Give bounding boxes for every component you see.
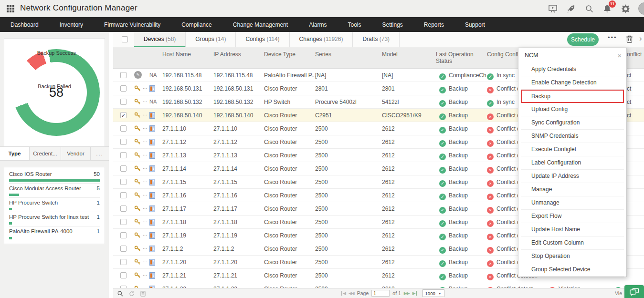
device-type-row[interactable]: Cisco Modular Access Router5 (9, 184, 100, 198)
column-header-series[interactable]: Series (315, 51, 377, 58)
nav-item-tools[interactable]: Tools (348, 21, 361, 28)
menu-item-label-configuration[interactable]: Label Configuration (521, 156, 624, 170)
select-all-checkbox[interactable] (122, 36, 128, 42)
menu-item-stop-operation[interactable]: Stop Operation (521, 250, 624, 263)
column-header-model[interactable]: Model (382, 51, 433, 58)
row-checkbox[interactable] (120, 139, 127, 145)
row-checkbox[interactable] (120, 152, 127, 158)
menu-item-backup[interactable]: Backup (521, 90, 624, 103)
config-doc-icon (149, 165, 155, 174)
presentation-icon[interactable] (548, 3, 558, 14)
menu-item-manage[interactable]: Manage (521, 183, 624, 196)
tab-changes[interactable]: Changes (11926) (290, 32, 353, 47)
row-checkbox[interactable] (120, 192, 127, 198)
nav-item-reports[interactable]: Reports (424, 21, 444, 28)
column-header-ip-address[interactable]: IP Address (213, 51, 261, 58)
config-doc-icon (149, 139, 155, 147)
sidebar-tab-vendor[interactable]: Vendor (61, 147, 91, 160)
tab-configs[interactable]: Configs (114) (236, 32, 289, 47)
gear-icon[interactable] (620, 3, 631, 14)
menu-item-group-selected-device[interactable]: Group Selected Device (521, 263, 624, 277)
search-icon[interactable] (584, 3, 594, 14)
page-input[interactable] (371, 290, 390, 297)
app-launcher-icon[interactable] (7, 5, 14, 12)
rocket-icon[interactable] (566, 3, 576, 14)
credentials-key-icon (134, 179, 141, 186)
refresh-icon[interactable] (129, 290, 135, 298)
table-search-icon[interactable] (117, 290, 123, 298)
row-checkbox[interactable]: ✓ (120, 112, 127, 118)
row-checkbox[interactable] (120, 165, 127, 172)
model-cell: 2612 (382, 216, 433, 229)
delete-icon[interactable] (626, 35, 633, 45)
menu-item-enable-change-detection[interactable]: Enable Change Detection (521, 76, 624, 90)
row-checkbox[interactable] (120, 232, 127, 238)
more-actions-icon[interactable]: ••• (608, 34, 617, 41)
nav-item-change-management[interactable]: Change Management (233, 21, 288, 28)
row-checkbox[interactable] (120, 259, 127, 265)
column-header-last-operation-status[interactable]: Last Operation Status (436, 51, 477, 64)
first-page-icon[interactable]: ◀ (341, 291, 346, 296)
sidebar-tabs-more-icon[interactable]: ... (91, 147, 109, 160)
menu-item-unmanage[interactable]: Unmanage (521, 196, 624, 210)
menu-item-update-host-name[interactable]: Update Host Name (521, 223, 624, 236)
last-page-icon[interactable]: ▶ (412, 291, 417, 296)
avatar[interactable] (638, 2, 644, 15)
sidebar-tab-credent[interactable]: Credent... (30, 147, 61, 160)
sidebar-tab-type[interactable]: Type (0, 147, 30, 160)
scroll-right-icon[interactable]: › (639, 34, 642, 43)
tab-drafts[interactable]: Drafts (73) (353, 32, 400, 47)
menu-item-execute-configlet[interactable]: Execute Configlet (521, 143, 624, 156)
credentials-key-icon (134, 125, 141, 133)
row-checkbox[interactable] (120, 219, 127, 225)
menu-item-snmp-credentials[interactable]: SNMP Credentials (521, 130, 624, 143)
menu-item-edit-custom-column[interactable]: Edit Custom Column (521, 236, 624, 250)
schedule-button[interactable]: Schedule (567, 33, 599, 46)
nav-item-firmware-vulnerability[interactable]: Firmware Vulnerability (104, 21, 160, 28)
menu-item-sync-configuration[interactable]: Sync Configuration (521, 116, 624, 130)
device-type-bar (9, 237, 12, 239)
row-checkbox[interactable] (120, 125, 127, 132)
close-icon[interactable]: × (617, 48, 622, 63)
table-row[interactable]: ...27.1.1.2227.1.1.22Cisco Router2500261… (113, 282, 644, 288)
device-type-row[interactable]: HP Procurve Switch for linux test1 (9, 212, 100, 226)
menu-item-update-ip-address[interactable]: Update IP Address (521, 170, 624, 183)
device-type-row[interactable]: PaloAlto Firewall PA-40001 (9, 226, 100, 241)
page-size-select[interactable]: 1000 ▼ (422, 289, 444, 297)
menu-title-bar: NCM × (518, 48, 626, 63)
nav-item-support[interactable]: Support (465, 21, 485, 28)
tab-groups[interactable]: Groups (14) (186, 32, 236, 47)
row-checkbox[interactable] (120, 85, 127, 92)
device-type-row[interactable]: Cisco IOS Router50 (9, 169, 100, 184)
nav-item-compliance[interactable]: Compliance (181, 21, 211, 28)
nav-item-alarms[interactable]: Alarms (309, 21, 327, 28)
row-checkbox[interactable] (120, 72, 127, 78)
series-cell: 2801 (315, 82, 377, 95)
more-credentials-icon: ... (143, 151, 147, 156)
menu-item-apply-credentials[interactable]: Apply Credentials (521, 63, 624, 76)
credentials-key-icon (134, 219, 141, 226)
row-checkbox[interactable] (120, 246, 127, 252)
bell-icon[interactable]: 11 (602, 3, 612, 14)
tab-devices[interactable]: Devices (58) (134, 32, 186, 47)
menu-item-upload-config[interactable]: Upload Config (521, 103, 624, 116)
device-type-row[interactable]: HP Procurve Switch1 (9, 198, 100, 212)
series-cell: 2500 (315, 162, 377, 175)
app-header: Network Configuration Manager (0, 0, 644, 17)
next-page-icon[interactable]: ▶▶ (404, 291, 410, 296)
row-checkbox[interactable] (120, 99, 127, 105)
host-name-cell: 27.1.1.15 (162, 175, 210, 189)
prev-page-icon[interactable]: ◀◀ (348, 291, 354, 296)
ip-address-cell: 192.168.50.131 (213, 82, 261, 95)
column-header-host-name[interactable]: Host Name (162, 51, 210, 58)
nav-item-inventory[interactable]: Inventory (60, 21, 83, 28)
row-checkbox[interactable] (120, 206, 127, 212)
column-header-device-type[interactable]: Device Type (264, 51, 317, 58)
export-icon[interactable] (140, 290, 146, 298)
nav-item-dashboard[interactable]: Dashboard (11, 21, 39, 28)
row-checkbox[interactable] (120, 272, 127, 278)
row-checkbox[interactable] (120, 179, 127, 185)
live-chat-button[interactable] (624, 285, 644, 298)
menu-item-export-flow[interactable]: Export Flow (521, 210, 624, 223)
nav-item-settings[interactable]: Settings (382, 21, 403, 28)
